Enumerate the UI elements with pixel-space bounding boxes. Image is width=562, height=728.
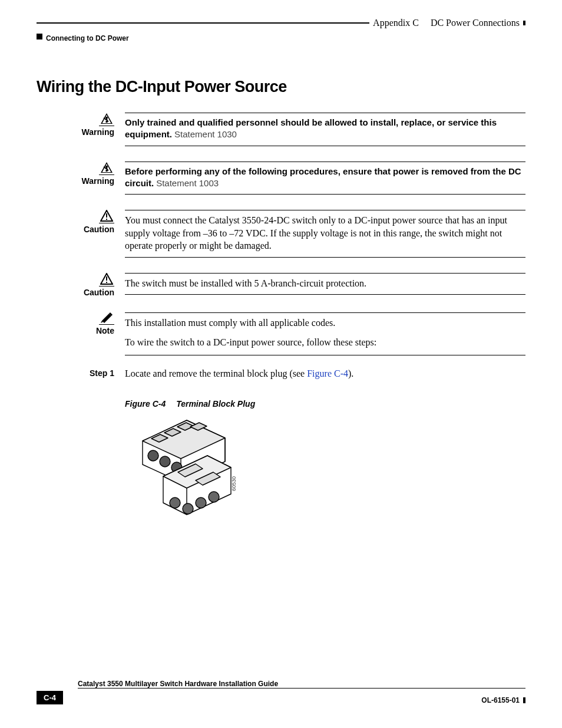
warning-statement: Statement 1003 [156,178,219,188]
note-label: Note [96,326,114,335]
figure-xref[interactable]: Figure C-4 [307,368,348,378]
warning-block: Warning Only trained and qualified perso… [37,113,525,146]
warning-label: Warning [82,127,114,137]
header-start-mark [37,34,42,39]
figure-art-id: 60530 [231,476,237,491]
svg-rect-12 [106,219,107,220]
caution-text: The switch must be installed with 5 A-br… [125,277,525,290]
header-left-line: Connecting to DC Power [37,31,525,42]
warning-block: Warning Before performing any of the fol… [37,162,525,195]
caution-text: You must connect the Catalyst 3550-24-DC… [125,214,525,252]
step-body: Locate and remove the terminal block plu… [125,368,525,379]
caution-label: Caution [84,288,114,297]
note-icon [37,312,114,325]
svg-point-36 [209,492,219,502]
svg-rect-14 [106,276,107,281]
svg-point-33 [170,498,180,508]
header-right-line: Appendix C DC Power Connections [37,18,525,28]
section-header: Connecting to DC Power [46,34,129,42]
warning-statement: Statement 1030 [174,129,237,139]
caution-icon [37,273,114,286]
page-number-badge: C-4 [37,691,63,704]
appendix-label: Appendix C [373,18,419,28]
appendix-title: DC Power Connections [431,18,520,28]
figure-number: Figure C-4 [125,399,166,409]
svg-rect-11 [106,213,107,218]
warning-icon [37,162,114,175]
step-label: Step 1 [37,368,125,379]
header-end-mark [523,21,525,25]
note-block: Note This installation must comply with … [37,312,525,355]
figure-caption: Figure C-4 Terminal Block Plug [125,399,525,409]
caution-block: Caution The switch must be installed wit… [37,273,525,297]
footer-doc-title: Catalyst 3550 Multilayer Switch Hardware… [78,680,525,688]
caution-block: Caution You must connect the Catalyst 35… [37,210,525,258]
svg-point-25 [160,456,170,467]
svg-point-35 [196,498,206,508]
svg-point-34 [183,503,193,514]
note-text: This installation must comply with all a… [125,317,525,330]
appendix-header: Appendix C DC Power Connections [373,18,525,28]
step-text-pre: Locate and remove the terminal block plu… [125,368,307,378]
note-lead: To wire the switch to a DC-input power s… [125,336,525,349]
step-text-post: ). [348,368,353,378]
caution-label: Caution [84,225,114,234]
step-row: Step 1 Locate and remove the terminal bl… [37,368,525,379]
svg-point-24 [148,450,158,461]
page-footer: Catalyst 3550 Multilayer Switch Hardware… [37,680,525,704]
svg-rect-15 [106,282,107,283]
figure-title: Terminal Block Plug [176,399,255,409]
page-title: Wiring the DC-Input Power Source [37,78,525,96]
footer-doc-number: OL-6155-01 [481,696,520,704]
footer-end-mark [523,697,525,703]
caution-icon [37,210,114,223]
warning-label: Warning [82,176,114,186]
warning-icon [37,113,114,126]
figure-art: 60530 [131,414,249,523]
